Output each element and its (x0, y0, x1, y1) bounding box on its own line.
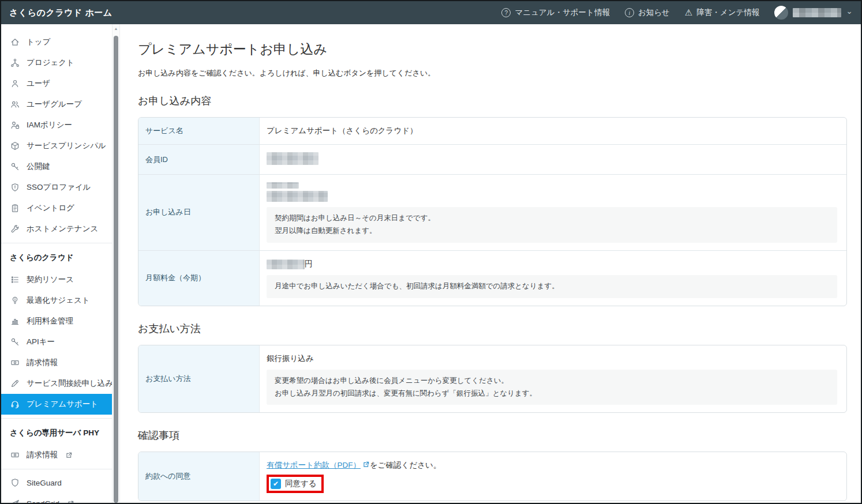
redacted-date (267, 191, 328, 202)
sidebar-item-label: 請求情報 (27, 450, 58, 460)
payment-method-note: 変更希望の場合はお申し込み後に会員メニューから変更してください。 お申し込み月翌… (267, 370, 837, 405)
section-heading-application: お申し込み内容 (138, 94, 847, 108)
sidebar-item-label: APIキー (27, 337, 55, 347)
service-name-value: プレミアムサポート（さくらのクラウド） (267, 125, 838, 137)
row-value: 円 月途中でお申し込みいただく場合でも、初回請求は月額料金満額での請求となります… (260, 251, 846, 306)
sidebar-item-label: 請求情報 (27, 358, 58, 368)
table-row-member-id: 会員ID (138, 144, 846, 174)
help-circle-icon (501, 8, 511, 17)
confirmation-table: 約款への同意 有償サポート約款（PDF）をご確認ください。 同意する (138, 452, 847, 501)
sidebar-item-label: 最適化サジェスト (27, 295, 90, 306)
monthly-fee-note: 月途中でお申し込みいただく場合でも、初回請求は月額料金満額での請求となります。 (267, 275, 837, 298)
sidebar-item-label: 公開鍵 (27, 161, 50, 172)
external-link-icon (362, 461, 370, 468)
avatar (774, 6, 788, 20)
banknote-icon (10, 450, 20, 460)
sidebar-item-top[interactable]: トップ (1, 32, 112, 52)
sidebar-item-label: 契約リソース (27, 274, 74, 285)
scrollbar-thumb[interactable] (114, 36, 118, 503)
topbar-link-label: マニュアル・サポート情報 (515, 7, 610, 18)
topbar-link-incident-info[interactable]: 障害・メンテ情報 (685, 7, 759, 18)
sidebar-item-label: ホストメンテナンス (27, 224, 98, 234)
sidebar-section: トッププロジェクトユーザユーザグループIAMポリシーサービスプリンシパル公開鍵S… (1, 29, 112, 243)
sidebar-item-optimization-suggest[interactable]: 最適化サジェスト (1, 290, 112, 311)
main-content: プレミアムサポートお申し込み お申し込み内容をご確認ください。よろしければ、申し… (121, 24, 861, 503)
sidebar-item-label: ユーザ (27, 78, 50, 89)
sidebar-item-label: トップ (27, 37, 50, 47)
app-title: さくらのクラウド ホーム (9, 7, 113, 18)
sidebar-section: SiteGuardSendGrid (1, 469, 112, 503)
sidebar-item-user[interactable]: ユーザ (1, 73, 112, 94)
checkbox-annotation-frame: 同意する (267, 475, 324, 493)
sidebar-item-billing-info[interactable]: 請求情報 (1, 352, 112, 373)
table-row-application-date: お申し込み日 契約期間はお申し込み日～その月末日までです。 翌月以降は自動更新さ… (138, 174, 846, 250)
wrench-icon (10, 224, 20, 234)
sidebar-scrollbar[interactable] (112, 24, 120, 503)
row-value: 銀行振り込み 変更希望の場合はお申し込み後に会員メニューから変更してください。 … (260, 345, 846, 413)
headset-icon (10, 400, 20, 409)
sidebar-item-iam-policy[interactable]: IAMポリシー (1, 115, 112, 136)
sidebar-item-label: 利用料金管理 (27, 316, 73, 326)
top-bar: さくらのクラウド ホーム マニュアル・サポート情報 お知らせ 障害・メンテ情報 (1, 1, 861, 24)
redacted-date-small (267, 182, 299, 189)
sidebar-item-host-maintenance[interactable]: ホストメンテナンス (1, 219, 112, 239)
section-heading-payment: お支払い方法 (138, 322, 847, 336)
sidebar-item-usage-billing[interactable]: 利用料金管理 (1, 311, 112, 332)
sidebar-item-premium-support[interactable]: プレミアムサポート (1, 394, 112, 415)
redacted-price (267, 259, 305, 269)
paper-plane-icon (10, 499, 20, 503)
application-date-note: 契約期間はお申し込み日～その月末日までです。 翌月以降は自動更新されます。 (267, 207, 837, 243)
payment-method-value: 銀行振り込み (267, 353, 838, 364)
info-circle-icon (625, 8, 634, 17)
external-link-icon (65, 452, 73, 458)
row-value: 契約期間はお申し込み日～その月末日までです。 翌月以降は自動更新されます。 (260, 175, 846, 250)
sidebar-item-project[interactable]: プロジェクト (1, 52, 112, 73)
agree-checkbox[interactable] (271, 479, 281, 489)
shield-icon (10, 478, 20, 487)
sidebar-section: さくらのクラウド契約リソース最適化サジェスト利用料金管理APIキー請求情報サービ… (1, 243, 112, 418)
section-heading-confirmation: 確認事項 (138, 428, 847, 442)
redacted-member-id (267, 152, 318, 165)
sidebar-item-label: プロジェクト (27, 58, 74, 68)
topbar-link-news[interactable]: お知らせ (625, 7, 670, 18)
bar-chart-icon (10, 317, 20, 326)
terms-pdf-link[interactable]: 有償サポート約款（PDF） (267, 461, 361, 469)
application-table: サービス名 プレミアムサポート（さくらのクラウド） 会員ID お申し込み日 (138, 117, 847, 306)
sidebar-item-api-key[interactable]: APIキー (1, 332, 112, 352)
bulb-icon (10, 296, 20, 305)
sidebar-item-label: イベントログ (27, 203, 74, 213)
user-icon (10, 79, 20, 88)
sidebar-item-service-connect[interactable]: サービス間接続申し込み (1, 373, 112, 394)
sidebar-item-event-log[interactable]: イベントログ (1, 198, 112, 219)
banknote-icon (10, 358, 20, 367)
sidebar-item-sso-profile[interactable]: SSOプロファイル (1, 177, 112, 198)
row-label: お申し込み日 (138, 175, 260, 250)
table-row-service-name: サービス名 プレミアムサポート（さくらのクラウド） (138, 118, 846, 144)
key-icon (10, 337, 20, 347)
sidebar-item-label: SendGrid (27, 499, 59, 503)
sidebar-item-label: サービスプリンシパル (27, 141, 106, 151)
sidebar-item-label: サービス間接続申し込み (27, 378, 112, 389)
sidebar-section: さくらの専用サーバ PHY請求情報 (1, 418, 112, 469)
sidebar-item-sendgrid[interactable]: SendGrid (1, 493, 112, 503)
sidebar-item-billing-info-phy[interactable]: 請求情報 (1, 445, 112, 465)
sidebar-item-contract-resources[interactable]: 契約リソース (1, 269, 112, 290)
sidebar-item-label: ユーザグループ (27, 99, 82, 110)
terms-link-suffix: をご確認ください。 (370, 461, 441, 469)
warning-triangle-icon (685, 7, 692, 18)
table-row-payment-method: お支払い方法 銀行振り込み 変更希望の場合はお申し込み後に会員メニューから変更し… (138, 345, 846, 413)
sidebar-item-siteguard[interactable]: SiteGuard (1, 472, 112, 493)
topbar-link-manual-support[interactable]: マニュアル・サポート情報 (501, 7, 610, 18)
topbar-link-label: 障害・メンテ情報 (696, 7, 759, 18)
sidebar-item-public-key[interactable]: 公開鍵 (1, 156, 112, 177)
iam-policy-icon (10, 121, 20, 130)
topbar-link-label: お知らせ (638, 7, 670, 18)
pen-icon (10, 379, 20, 388)
topbar-links: マニュアル・サポート情報 お知らせ 障害・メンテ情報 (501, 6, 853, 20)
shield-check-icon (10, 183, 20, 192)
sidebar-item-service-principal[interactable]: サービスプリンシパル (1, 136, 112, 156)
account-menu[interactable] (774, 6, 853, 20)
external-link-icon (67, 501, 74, 503)
sidebar-item-user-group[interactable]: ユーザグループ (1, 94, 112, 115)
scroll-up-arrow-icon[interactable] (113, 24, 119, 32)
